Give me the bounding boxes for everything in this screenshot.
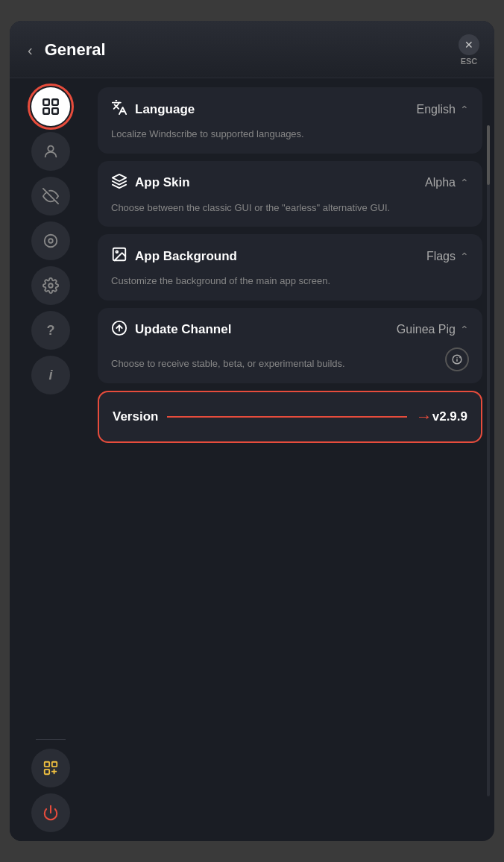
- language-value-group: English ⌃: [417, 103, 469, 116]
- language-value: English: [417, 103, 456, 116]
- sidebar-item-account[interactable]: [31, 132, 70, 171]
- scrollbar-thumb[interactable]: [487, 125, 490, 185]
- header-left: ‹ General: [25, 39, 106, 62]
- sidebar-item-connection[interactable]: [31, 221, 70, 260]
- svg-rect-1: [52, 99, 58, 105]
- language-setting-card[interactable]: Language English ⌃ Localize Windscribe t…: [98, 87, 482, 154]
- close-icon: ✕: [464, 39, 473, 51]
- app-background-value-group: Flags ⌃: [426, 250, 469, 263]
- update-channel-chevron-icon: ⌃: [460, 324, 469, 336]
- app-skin-value-group: Alpha ⌃: [425, 176, 469, 189]
- sidebar-item-power[interactable]: [31, 793, 70, 832]
- svg-point-8: [48, 283, 53, 288]
- version-card-inner: Version → v2.9.9: [113, 407, 467, 427]
- esc-label: ESC: [461, 57, 478, 66]
- app-background-title-group: App Background: [111, 246, 237, 266]
- svg-rect-10: [52, 762, 57, 767]
- header: ‹ General ✕ ESC: [10, 21, 494, 78]
- version-value: v2.9.9: [432, 409, 467, 424]
- update-channel-setting-card[interactable]: Update Channel Guinea Pig ⌃ Choose to re…: [98, 308, 482, 383]
- app-background-description: Customize the background of the main app…: [111, 274, 469, 289]
- version-line: [167, 416, 406, 418]
- sidebar-item-info[interactable]: i: [31, 356, 70, 394]
- version-label: Version: [113, 409, 158, 424]
- svg-point-6: [45, 235, 57, 248]
- app-skin-title-group: App Skin: [111, 173, 190, 193]
- main-body: ? i: [10, 78, 494, 841]
- update-channel-card-header: Update Channel Guinea Pig ⌃: [111, 320, 469, 340]
- app-skin-chevron-icon: ⌃: [460, 177, 469, 189]
- page-title: General: [45, 40, 106, 60]
- update-channel-value: Guinea Pig: [397, 323, 456, 336]
- update-channel-icon: [111, 320, 127, 340]
- app-skin-title: App Skin: [135, 175, 190, 190]
- language-description: Localize Windscribe to supported languag…: [111, 127, 469, 142]
- app-skin-card-header: App Skin Alpha ⌃: [111, 173, 469, 193]
- update-channel-description: Choose to receive stable, beta, or exper…: [111, 356, 445, 371]
- version-arrow-icon: →: [416, 407, 432, 427]
- back-button[interactable]: ‹: [25, 39, 36, 62]
- update-channel-bottom: Choose to receive stable, beta, or exper…: [111, 347, 469, 371]
- app-background-setting-card[interactable]: App Background Flags ⌃ Customize the bac…: [98, 234, 482, 301]
- svg-point-14: [116, 251, 118, 253]
- app-window: ‹ General ✕ ESC: [10, 21, 494, 841]
- app-skin-description: Choose between the classic GUI or the "e…: [111, 201, 469, 216]
- content-area: Language English ⌃ Localize Windscribe t…: [92, 78, 494, 841]
- sidebar: ? i: [10, 78, 92, 841]
- svg-rect-9: [45, 762, 49, 767]
- app-skin-icon: [111, 173, 127, 193]
- svg-rect-0: [43, 99, 49, 105]
- close-button[interactable]: ✕: [459, 34, 479, 55]
- svg-rect-2: [43, 108, 49, 114]
- update-channel-title: Update Channel: [135, 322, 231, 337]
- scrollbar-track: [487, 125, 490, 796]
- svg-rect-3: [52, 108, 58, 114]
- svg-rect-11: [45, 770, 49, 774]
- sidebar-item-help[interactable]: ?: [31, 311, 70, 350]
- language-title: Language: [135, 102, 195, 117]
- sidebar-item-settings[interactable]: [31, 87, 70, 126]
- app-background-icon: [111, 246, 127, 266]
- question-mark-icon: ?: [47, 323, 55, 339]
- sidebar-item-upgrade[interactable]: [31, 749, 70, 787]
- app-background-chevron-icon: ⌃: [460, 251, 469, 262]
- update-channel-title-group: Update Channel: [111, 320, 231, 340]
- app-skin-setting-card[interactable]: App Skin Alpha ⌃ Choose between the clas…: [98, 161, 482, 227]
- language-icon: [111, 99, 127, 119]
- app-skin-value: Alpha: [425, 176, 456, 189]
- update-channel-value-group: Guinea Pig ⌃: [397, 323, 469, 336]
- sidebar-item-privacy[interactable]: [31, 177, 70, 216]
- version-arrow-container: →: [158, 407, 432, 427]
- app-background-title: App Background: [135, 249, 237, 264]
- svg-point-7: [48, 239, 53, 243]
- svg-point-4: [48, 146, 53, 151]
- info-letter-icon: i: [48, 368, 52, 383]
- language-card-header: Language English ⌃: [111, 99, 469, 119]
- language-title-group: Language: [111, 99, 195, 119]
- version-card[interactable]: Version → v2.9.9: [98, 391, 482, 443]
- app-background-card-header: App Background Flags ⌃: [111, 246, 469, 266]
- app-background-value: Flags: [426, 250, 456, 263]
- language-chevron-icon: ⌃: [460, 104, 469, 116]
- sidebar-item-preferences[interactable]: [31, 266, 70, 305]
- update-channel-info-button[interactable]: [445, 347, 469, 371]
- sidebar-divider: [36, 739, 66, 740]
- header-right: ✕ ESC: [459, 34, 479, 66]
